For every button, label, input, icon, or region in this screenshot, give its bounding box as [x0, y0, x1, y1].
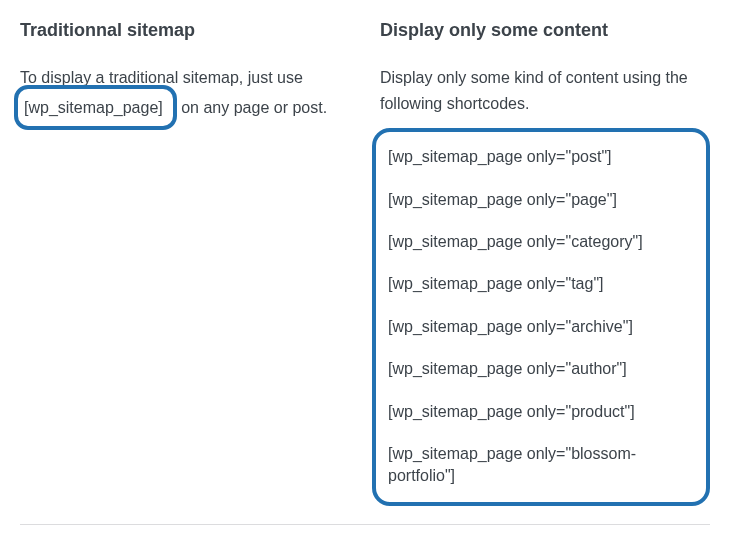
- shortcode-text: [wp_sitemap_page]: [24, 99, 163, 116]
- right-heading: Display only some content: [380, 20, 710, 41]
- right-column: Display only some content Display only s…: [380, 20, 710, 506]
- shortcode-item: [wp_sitemap_page only="archive"]: [388, 316, 694, 338]
- shortcode-item: [wp_sitemap_page only="blossom-portfolio…: [388, 443, 694, 488]
- left-description: To display a traditional sitemap, just u…: [20, 65, 360, 130]
- shortcode-item: [wp_sitemap_page only="category"]: [388, 231, 694, 253]
- shortcode-item: [wp_sitemap_page only="author"]: [388, 358, 694, 380]
- content-container: Traditionnal sitemap To display a tradit…: [20, 20, 710, 506]
- divider: [20, 524, 710, 525]
- shortcode-item: [wp_sitemap_page only="tag"]: [388, 273, 694, 295]
- shortcode-highlight: [wp_sitemap_page]: [14, 85, 177, 131]
- shortcode-item: [wp_sitemap_page only="post"]: [388, 146, 694, 168]
- right-intro: Display only some kind of content using …: [380, 65, 710, 116]
- left-text-after: on any page or post.: [177, 99, 327, 116]
- shortcode-item: [wp_sitemap_page only="product"]: [388, 401, 694, 423]
- left-paragraph: To display a traditional sitemap, just u…: [20, 65, 360, 130]
- shortcode-list-highlight: [wp_sitemap_page only="post"] [wp_sitema…: [372, 128, 710, 506]
- left-text-before: To display a traditional sitemap, just u…: [20, 69, 303, 86]
- left-column: Traditionnal sitemap To display a tradit…: [20, 20, 360, 506]
- left-heading: Traditionnal sitemap: [20, 20, 360, 41]
- shortcode-item: [wp_sitemap_page only="page"]: [388, 189, 694, 211]
